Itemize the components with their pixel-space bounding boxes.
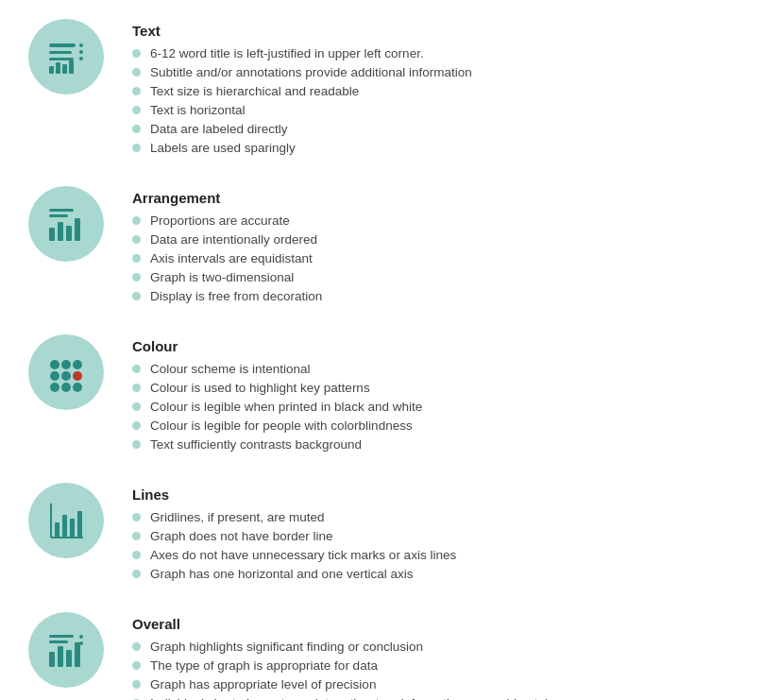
svg-rect-30: [77, 511, 82, 538]
svg-point-7: [79, 43, 83, 47]
svg-rect-2: [49, 58, 74, 60]
lines-content: Lines Gridlines, if present, are muted G…: [132, 483, 735, 586]
arrangement-content: Arrangement Proportions are accurate Dat…: [132, 186, 735, 308]
bullet: [132, 661, 141, 670]
bullet: [132, 642, 141, 651]
bullet: [132, 513, 141, 521]
list-item: Colour is used to highlight key patterns: [132, 381, 735, 395]
bullet: [132, 384, 141, 392]
list-item: Display is free from decoration: [132, 289, 735, 303]
colour-title: Colour: [132, 338, 735, 354]
svg-rect-12: [49, 228, 55, 241]
svg-rect-27: [55, 522, 59, 538]
svg-rect-0: [49, 43, 76, 47]
list-item: Labels are used sparingly: [132, 141, 735, 155]
section-arrangement: Arrangement Proportions are accurate Dat…: [28, 186, 735, 308]
svg-rect-14: [66, 226, 72, 241]
svg-point-18: [73, 360, 82, 369]
bullet: [132, 254, 141, 263]
svg-rect-5: [62, 64, 67, 74]
text-title: Text: [132, 23, 735, 39]
list-item: Data are labeled directly: [132, 122, 735, 136]
list-item: Graph highlights significant finding or …: [132, 640, 735, 654]
bullet: [132, 402, 141, 411]
svg-rect-29: [70, 519, 75, 538]
bullet: [132, 49, 141, 58]
list-item: Axes do not have unnecessary tick marks …: [132, 548, 735, 562]
list-item: Colour is legible for people with colorb…: [132, 418, 735, 433]
colour-content: Colour Colour scheme is intentional Colo…: [132, 334, 735, 456]
arrangement-title: Arrangement: [132, 190, 735, 206]
svg-rect-13: [58, 222, 63, 241]
list-item: Graph is two-dimensional: [132, 270, 735, 284]
svg-rect-1: [49, 51, 72, 54]
bullet: [132, 440, 141, 449]
svg-rect-38: [75, 642, 80, 667]
bullet: [132, 144, 141, 152]
list-item: Gridlines, if present, are muted: [132, 510, 735, 524]
list-item: Graph does not have border line: [132, 529, 735, 543]
list-item: Text size is hierarchical and readable: [132, 84, 735, 98]
lines-title: Lines: [132, 487, 735, 503]
overall-content: Overall Graph highlights significant fin…: [132, 612, 735, 700]
svg-point-20: [61, 371, 71, 381]
svg-point-23: [61, 383, 71, 392]
arrangement-icon: [28, 186, 104, 262]
svg-rect-35: [49, 652, 55, 667]
list-item: Individual chart elements work together …: [132, 696, 735, 700]
list-item: Colour is legible when printed in black …: [132, 400, 735, 414]
svg-point-9: [79, 57, 83, 60]
bullet: [132, 532, 141, 540]
bullet: [132, 216, 141, 225]
text-content: Text 6-12 word title is left-justified i…: [132, 19, 735, 160]
list-item: 6-12 word title is left-justified in upp…: [132, 46, 735, 60]
svg-rect-36: [58, 646, 63, 667]
list-item: Axis intervals are equidistant: [132, 251, 735, 265]
colour-icon: [28, 334, 104, 410]
list-item: Graph has appropriate level of precision: [132, 677, 735, 691]
svg-rect-28: [62, 515, 67, 538]
bullet: [132, 292, 141, 300]
bullet: [132, 125, 141, 133]
bullet: [132, 551, 141, 559]
svg-point-24: [73, 383, 82, 392]
section-lines: Lines Gridlines, if present, are muted G…: [28, 483, 735, 586]
text-icon: [28, 19, 104, 94]
svg-point-16: [50, 360, 59, 369]
section-text: Text 6-12 word title is left-justified i…: [28, 19, 735, 160]
bullet: [132, 106, 141, 114]
bullet: [132, 570, 141, 578]
svg-rect-31: [49, 635, 74, 638]
list-item: Colour scheme is intentional: [132, 362, 735, 376]
svg-rect-37: [66, 650, 72, 667]
bullet: [132, 365, 141, 373]
bullet: [132, 235, 141, 244]
bullet: [132, 421, 141, 430]
lines-icon: [28, 483, 104, 558]
svg-rect-32: [49, 640, 68, 643]
bullet: [132, 87, 141, 95]
section-colour: Colour Colour scheme is intentional Colo…: [28, 334, 735, 456]
svg-rect-11: [49, 214, 68, 217]
svg-point-22: [50, 383, 59, 392]
list-item: Text sufficiently contrasts background: [132, 437, 735, 452]
svg-point-8: [79, 50, 83, 54]
list-item: Graph has one horizontal and one vertica…: [132, 567, 735, 581]
bullet: [132, 273, 141, 282]
svg-rect-6: [69, 60, 74, 74]
list-item: Subtitle and/or annotations provide addi…: [132, 65, 735, 79]
list-item: Text is horizontal: [132, 103, 735, 117]
svg-rect-4: [56, 62, 60, 74]
bullet: [132, 68, 141, 77]
svg-point-19: [50, 371, 59, 381]
svg-point-17: [61, 360, 71, 369]
list-item: The type of graph is appropriate for dat…: [132, 658, 735, 673]
list-item: Data are intentionally ordered: [132, 232, 735, 247]
overall-icon: [28, 612, 104, 688]
svg-point-21: [73, 371, 82, 381]
bullet: [132, 680, 141, 689]
overall-title: Overall: [132, 616, 735, 632]
svg-rect-3: [49, 66, 54, 74]
list-item: Proportions are accurate: [132, 213, 735, 228]
svg-rect-10: [49, 209, 74, 212]
